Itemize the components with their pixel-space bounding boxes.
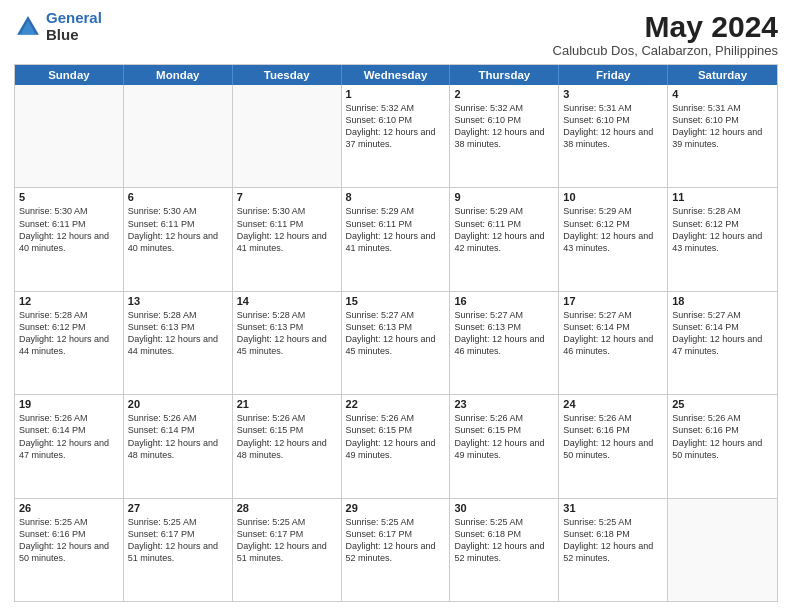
- day-number: 12: [19, 295, 119, 307]
- day-info: Sunrise: 5:26 AM Sunset: 6:16 PM Dayligh…: [672, 412, 773, 461]
- day-number: 22: [346, 398, 446, 410]
- day-number: 4: [672, 88, 773, 100]
- day-info: Sunrise: 5:30 AM Sunset: 6:11 PM Dayligh…: [237, 205, 337, 254]
- day-number: 9: [454, 191, 554, 203]
- day-info: Sunrise: 5:26 AM Sunset: 6:15 PM Dayligh…: [454, 412, 554, 461]
- day-info: Sunrise: 5:26 AM Sunset: 6:15 PM Dayligh…: [237, 412, 337, 461]
- week-row-2: 5Sunrise: 5:30 AM Sunset: 6:11 PM Daylig…: [15, 188, 777, 291]
- day-info: Sunrise: 5:25 AM Sunset: 6:16 PM Dayligh…: [19, 516, 119, 565]
- day-info: Sunrise: 5:32 AM Sunset: 6:10 PM Dayligh…: [454, 102, 554, 151]
- day-info: Sunrise: 5:27 AM Sunset: 6:14 PM Dayligh…: [563, 309, 663, 358]
- brand-line2: Blue: [46, 27, 102, 44]
- day-header-thursday: Thursday: [450, 65, 559, 85]
- day-info: Sunrise: 5:26 AM Sunset: 6:15 PM Dayligh…: [346, 412, 446, 461]
- day-info: Sunrise: 5:29 AM Sunset: 6:11 PM Dayligh…: [454, 205, 554, 254]
- week-row-1: 1Sunrise: 5:32 AM Sunset: 6:10 PM Daylig…: [15, 85, 777, 188]
- brand-text: General Blue: [46, 10, 102, 43]
- empty-cell: [668, 499, 777, 601]
- day-number: 3: [563, 88, 663, 100]
- day-header-wednesday: Wednesday: [342, 65, 451, 85]
- day-cell-28: 28Sunrise: 5:25 AM Sunset: 6:17 PM Dayli…: [233, 499, 342, 601]
- day-cell-21: 21Sunrise: 5:26 AM Sunset: 6:15 PM Dayli…: [233, 395, 342, 497]
- day-number: 14: [237, 295, 337, 307]
- day-info: Sunrise: 5:28 AM Sunset: 6:12 PM Dayligh…: [672, 205, 773, 254]
- day-number: 18: [672, 295, 773, 307]
- day-info: Sunrise: 5:26 AM Sunset: 6:16 PM Dayligh…: [563, 412, 663, 461]
- day-cell-8: 8Sunrise: 5:29 AM Sunset: 6:11 PM Daylig…: [342, 188, 451, 290]
- main-title: May 2024: [553, 10, 778, 43]
- day-number: 27: [128, 502, 228, 514]
- calendar-body: 1Sunrise: 5:32 AM Sunset: 6:10 PM Daylig…: [15, 85, 777, 601]
- day-number: 23: [454, 398, 554, 410]
- day-cell-29: 29Sunrise: 5:25 AM Sunset: 6:17 PM Dayli…: [342, 499, 451, 601]
- day-number: 24: [563, 398, 663, 410]
- day-info: Sunrise: 5:27 AM Sunset: 6:13 PM Dayligh…: [346, 309, 446, 358]
- day-cell-13: 13Sunrise: 5:28 AM Sunset: 6:13 PM Dayli…: [124, 292, 233, 394]
- day-cell-2: 2Sunrise: 5:32 AM Sunset: 6:10 PM Daylig…: [450, 85, 559, 187]
- empty-cell: [124, 85, 233, 187]
- day-cell-31: 31Sunrise: 5:25 AM Sunset: 6:18 PM Dayli…: [559, 499, 668, 601]
- day-header-tuesday: Tuesday: [233, 65, 342, 85]
- day-cell-22: 22Sunrise: 5:26 AM Sunset: 6:15 PM Dayli…: [342, 395, 451, 497]
- day-header-monday: Monday: [124, 65, 233, 85]
- day-cell-18: 18Sunrise: 5:27 AM Sunset: 6:14 PM Dayli…: [668, 292, 777, 394]
- day-number: 20: [128, 398, 228, 410]
- day-number: 31: [563, 502, 663, 514]
- day-cell-6: 6Sunrise: 5:30 AM Sunset: 6:11 PM Daylig…: [124, 188, 233, 290]
- day-cell-20: 20Sunrise: 5:26 AM Sunset: 6:14 PM Dayli…: [124, 395, 233, 497]
- day-cell-26: 26Sunrise: 5:25 AM Sunset: 6:16 PM Dayli…: [15, 499, 124, 601]
- day-number: 7: [237, 191, 337, 203]
- day-number: 25: [672, 398, 773, 410]
- logo: General Blue: [14, 10, 102, 43]
- day-cell-12: 12Sunrise: 5:28 AM Sunset: 6:12 PM Dayli…: [15, 292, 124, 394]
- calendar-header: SundayMondayTuesdayWednesdayThursdayFrid…: [15, 65, 777, 85]
- day-info: Sunrise: 5:29 AM Sunset: 6:11 PM Dayligh…: [346, 205, 446, 254]
- day-cell-17: 17Sunrise: 5:27 AM Sunset: 6:14 PM Dayli…: [559, 292, 668, 394]
- logo-icon: [14, 13, 42, 41]
- day-number: 13: [128, 295, 228, 307]
- empty-cell: [233, 85, 342, 187]
- day-number: 8: [346, 191, 446, 203]
- day-number: 11: [672, 191, 773, 203]
- day-number: 6: [128, 191, 228, 203]
- day-header-sunday: Sunday: [15, 65, 124, 85]
- week-row-3: 12Sunrise: 5:28 AM Sunset: 6:12 PM Dayli…: [15, 292, 777, 395]
- day-cell-7: 7Sunrise: 5:30 AM Sunset: 6:11 PM Daylig…: [233, 188, 342, 290]
- day-info: Sunrise: 5:27 AM Sunset: 6:13 PM Dayligh…: [454, 309, 554, 358]
- day-cell-15: 15Sunrise: 5:27 AM Sunset: 6:13 PM Dayli…: [342, 292, 451, 394]
- week-row-4: 19Sunrise: 5:26 AM Sunset: 6:14 PM Dayli…: [15, 395, 777, 498]
- day-header-friday: Friday: [559, 65, 668, 85]
- header: General Blue May 2024 Calubcub Dos, Cala…: [14, 10, 778, 58]
- day-cell-19: 19Sunrise: 5:26 AM Sunset: 6:14 PM Dayli…: [15, 395, 124, 497]
- day-info: Sunrise: 5:31 AM Sunset: 6:10 PM Dayligh…: [672, 102, 773, 151]
- brand-line1: General: [46, 9, 102, 26]
- day-info: Sunrise: 5:28 AM Sunset: 6:13 PM Dayligh…: [128, 309, 228, 358]
- day-info: Sunrise: 5:25 AM Sunset: 6:17 PM Dayligh…: [128, 516, 228, 565]
- day-info: Sunrise: 5:28 AM Sunset: 6:13 PM Dayligh…: [237, 309, 337, 358]
- day-cell-23: 23Sunrise: 5:26 AM Sunset: 6:15 PM Dayli…: [450, 395, 559, 497]
- day-number: 28: [237, 502, 337, 514]
- day-cell-3: 3Sunrise: 5:31 AM Sunset: 6:10 PM Daylig…: [559, 85, 668, 187]
- day-info: Sunrise: 5:30 AM Sunset: 6:11 PM Dayligh…: [128, 205, 228, 254]
- day-cell-4: 4Sunrise: 5:31 AM Sunset: 6:10 PM Daylig…: [668, 85, 777, 187]
- day-cell-10: 10Sunrise: 5:29 AM Sunset: 6:12 PM Dayli…: [559, 188, 668, 290]
- day-info: Sunrise: 5:28 AM Sunset: 6:12 PM Dayligh…: [19, 309, 119, 358]
- day-cell-14: 14Sunrise: 5:28 AM Sunset: 6:13 PM Dayli…: [233, 292, 342, 394]
- day-number: 19: [19, 398, 119, 410]
- day-info: Sunrise: 5:30 AM Sunset: 6:11 PM Dayligh…: [19, 205, 119, 254]
- title-block: May 2024 Calubcub Dos, Calabarzon, Phili…: [553, 10, 778, 58]
- day-number: 26: [19, 502, 119, 514]
- day-cell-30: 30Sunrise: 5:25 AM Sunset: 6:18 PM Dayli…: [450, 499, 559, 601]
- week-row-5: 26Sunrise: 5:25 AM Sunset: 6:16 PM Dayli…: [15, 499, 777, 601]
- day-info: Sunrise: 5:27 AM Sunset: 6:14 PM Dayligh…: [672, 309, 773, 358]
- day-info: Sunrise: 5:25 AM Sunset: 6:18 PM Dayligh…: [563, 516, 663, 565]
- day-cell-5: 5Sunrise: 5:30 AM Sunset: 6:11 PM Daylig…: [15, 188, 124, 290]
- day-cell-25: 25Sunrise: 5:26 AM Sunset: 6:16 PM Dayli…: [668, 395, 777, 497]
- day-info: Sunrise: 5:31 AM Sunset: 6:10 PM Dayligh…: [563, 102, 663, 151]
- day-info: Sunrise: 5:29 AM Sunset: 6:12 PM Dayligh…: [563, 205, 663, 254]
- day-info: Sunrise: 5:25 AM Sunset: 6:17 PM Dayligh…: [346, 516, 446, 565]
- day-number: 1: [346, 88, 446, 100]
- page: General Blue May 2024 Calubcub Dos, Cala…: [0, 0, 792, 612]
- day-cell-27: 27Sunrise: 5:25 AM Sunset: 6:17 PM Dayli…: [124, 499, 233, 601]
- day-info: Sunrise: 5:25 AM Sunset: 6:18 PM Dayligh…: [454, 516, 554, 565]
